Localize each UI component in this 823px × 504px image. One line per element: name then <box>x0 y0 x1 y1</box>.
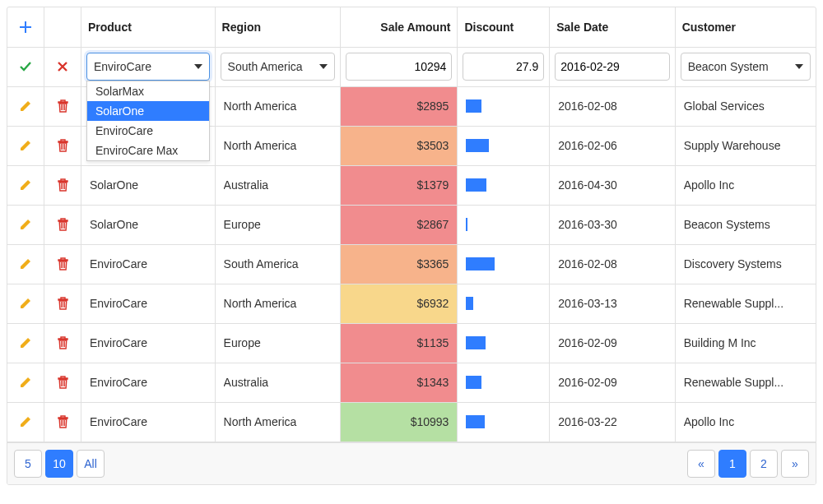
customer-cell: Renewable Suppl... <box>684 376 807 389</box>
header-discount[interactable]: Discount <box>458 7 550 47</box>
region-cell: South America <box>224 257 332 270</box>
delete-button[interactable] <box>44 324 81 363</box>
sale-cell: $3365 <box>416 257 449 270</box>
delete-button[interactable] <box>44 284 81 323</box>
discount-bar <box>466 218 467 231</box>
delete-button[interactable] <box>44 363 81 402</box>
region-cell: North America <box>224 139 332 152</box>
product-option[interactable]: EnviroCare <box>87 121 209 141</box>
edit-button[interactable] <box>7 127 44 165</box>
customer-cell: Supply Warehouse <box>684 139 807 152</box>
commit-button[interactable] <box>12 53 39 81</box>
header-product[interactable]: Product <box>81 7 215 47</box>
edit-button[interactable] <box>7 324 44 363</box>
product-option[interactable]: SolarOne <box>87 101 209 121</box>
discount-bar <box>466 297 473 310</box>
customer-cell: Apollo Inc <box>684 415 807 428</box>
customer-cell: Apollo Inc <box>684 178 807 192</box>
page-size-button[interactable]: 10 <box>45 450 73 478</box>
date-cell: 2016-02-06 <box>558 139 617 152</box>
customer-cell: Renewable Suppl... <box>684 297 807 310</box>
add-row-header[interactable] <box>7 7 44 47</box>
edit-button[interactable] <box>7 166 44 205</box>
page-number-button[interactable]: 1 <box>718 450 746 478</box>
region-select-value: South America <box>228 60 303 73</box>
region-cell: Australia <box>224 376 332 389</box>
page-next-button[interactable]: » <box>781 450 809 478</box>
discount-bar <box>466 376 481 389</box>
product-cell: EnviroCare <box>90 257 207 270</box>
product-cell: SolarOne <box>90 178 207 192</box>
page-size-button[interactable]: 5 <box>14 450 42 478</box>
table-row: EnviroCareEurope$11352016-02-09Building … <box>7 323 816 363</box>
discount-bar <box>466 139 488 152</box>
sale-input[interactable] <box>346 53 452 81</box>
header-region[interactable]: Region <box>215 7 340 47</box>
edit-button[interactable] <box>7 206 44 244</box>
table-row: EnviroCareNorth America$109932016-03-22A… <box>7 402 816 442</box>
edit-button[interactable] <box>7 403 44 442</box>
product-cell: EnviroCare <box>90 376 207 389</box>
date-cell: 2016-03-30 <box>558 218 617 231</box>
table-row: SolarOneAustralia$13792016-04-30Apollo I… <box>7 165 816 205</box>
editor-row: EnviroCare SolarMaxSolarOneEnviroCareEnv… <box>7 47 816 86</box>
page-size-group: 510All <box>14 450 105 478</box>
delete-button[interactable] <box>44 127 81 165</box>
date-cell: 2016-03-22 <box>558 415 617 428</box>
date-cell: 2016-02-09 <box>558 336 617 349</box>
discount-bar <box>466 336 486 349</box>
region-cell: Europe <box>224 336 332 349</box>
product-cell: SolarOne <box>90 218 207 231</box>
product-cell: EnviroCare <box>90 297 207 310</box>
header-customer[interactable]: Customer <box>675 7 816 47</box>
delete-button[interactable] <box>44 87 81 126</box>
date-cell: 2016-02-08 <box>558 99 617 113</box>
table-row: EnviroCareAustralia$13432016-02-09Renewa… <box>7 363 816 402</box>
sale-cell: $2895 <box>416 99 449 113</box>
date-input[interactable] <box>555 53 669 81</box>
region-cell: North America <box>224 99 332 113</box>
date-cell: 2016-02-08 <box>558 257 617 270</box>
header-date[interactable]: Sale Date <box>550 7 675 47</box>
delete-button[interactable] <box>44 166 81 205</box>
region-cell: Europe <box>224 218 332 231</box>
product-option[interactable]: EnviroCare Max <box>87 141 209 160</box>
delete-button[interactable] <box>44 403 81 442</box>
region-cell: North America <box>224 297 332 310</box>
edit-button[interactable] <box>7 87 44 126</box>
edit-button[interactable] <box>7 245 44 284</box>
header-sale[interactable]: Sale Amount <box>341 7 458 47</box>
page-number-button[interactable]: 2 <box>750 450 778 478</box>
customer-select[interactable]: Beacon System <box>681 53 811 81</box>
sale-cell: $1343 <box>416 376 449 389</box>
product-cell: EnviroCare <box>90 415 207 428</box>
plus-icon[interactable] <box>14 17 37 37</box>
table-row: EnviroCareNorth America$69322016-03-13Re… <box>7 284 816 323</box>
customer-cell: Global Services <box>684 99 807 113</box>
product-select[interactable]: EnviroCare <box>86 53 210 81</box>
cancel-button[interactable] <box>49 53 76 81</box>
edit-button[interactable] <box>7 363 44 402</box>
discount-bar <box>466 99 481 113</box>
discount-input[interactable] <box>463 53 544 81</box>
customer-select-value: Beacon System <box>688 60 769 73</box>
sale-cell: $6932 <box>416 297 449 310</box>
data-grid: Product Region Sale Amount Discount Sale… <box>7 7 816 485</box>
sale-cell: $10993 <box>411 415 449 428</box>
sale-cell: $3503 <box>416 139 449 152</box>
page-size-button[interactable]: All <box>77 450 105 478</box>
product-select-value: EnviroCare <box>94 60 151 73</box>
product-dropdown[interactable]: SolarMaxSolarOneEnviroCareEnviroCare Max <box>86 81 210 161</box>
delete-button[interactable] <box>44 206 81 244</box>
product-option[interactable]: SolarMax <box>87 81 209 101</box>
header-row: Product Region Sale Amount Discount Sale… <box>7 7 816 47</box>
discount-bar <box>466 257 495 270</box>
customer-cell: Discovery Systems <box>684 257 807 270</box>
date-cell: 2016-04-30 <box>558 178 617 192</box>
region-cell: North America <box>224 415 332 428</box>
region-select[interactable]: South America <box>221 53 335 81</box>
page-prev-button[interactable]: « <box>687 450 715 478</box>
edit-button[interactable] <box>7 284 44 323</box>
delete-button[interactable] <box>44 245 81 284</box>
chevron-down-icon <box>319 64 328 69</box>
